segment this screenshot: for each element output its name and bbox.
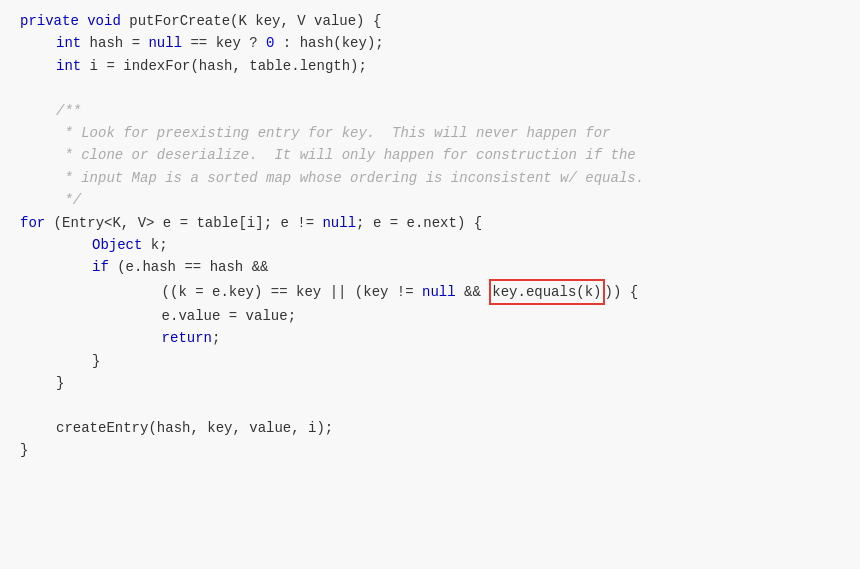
code-line-13: ((k = e.key) == key || (key != null && k… bbox=[0, 279, 860, 305]
code-line-19: createEntry(hash, key, value, i); bbox=[0, 417, 860, 439]
code-line-7: * clone or deserialize. It will only hap… bbox=[0, 144, 860, 166]
code-null: null bbox=[422, 281, 456, 303]
code-keyword: for bbox=[20, 212, 45, 234]
code-line-11: Object k; bbox=[0, 234, 860, 256]
code-line-2: int hash = null == key ? 0 : hash(key); bbox=[0, 32, 860, 54]
code-punctuation: } bbox=[56, 372, 64, 394]
code-line-14: e.value = value; bbox=[0, 305, 860, 327]
code-comment: /** bbox=[56, 100, 81, 122]
code-line-17: } bbox=[0, 372, 860, 394]
code-line-12: if (e.hash == hash && bbox=[0, 256, 860, 278]
code-keyword: void bbox=[87, 10, 121, 32]
code-null: null bbox=[322, 212, 356, 234]
code-punctuation: (K key, V value) { bbox=[230, 10, 381, 32]
highlighted-expression: key.equals(k) bbox=[489, 279, 604, 305]
code-line-16: } bbox=[0, 350, 860, 372]
code-keyword: private bbox=[20, 10, 79, 32]
code-line-1: private void putForCreate(K key, V value… bbox=[0, 10, 860, 32]
code-line-9: */ bbox=[0, 189, 860, 211]
code-comment: * Look for preexisting entry for key. Th… bbox=[56, 122, 611, 144]
code-line-20: } bbox=[0, 439, 860, 461]
code-type: Object bbox=[92, 234, 142, 256]
code-keyword: if bbox=[92, 256, 109, 278]
code-method: indexFor bbox=[123, 55, 190, 77]
code-keyword: int bbox=[56, 32, 81, 54]
code-keyword: int bbox=[56, 55, 81, 77]
code-punctuation: } bbox=[92, 350, 100, 372]
code-punctuation: } bbox=[20, 439, 28, 461]
code-viewer: private void putForCreate(K key, V value… bbox=[0, 0, 860, 569]
code-comment: */ bbox=[56, 189, 81, 211]
code-line-6: * Look for preexisting entry for key. Th… bbox=[0, 122, 860, 144]
code-keyword: return bbox=[162, 327, 212, 349]
code-number: 0 bbox=[266, 32, 274, 54]
code-line-8: * input Map is a sorted map whose orderi… bbox=[0, 167, 860, 189]
code-method: putForCreate bbox=[129, 10, 230, 32]
code-line-18 bbox=[0, 395, 860, 417]
code-null: null bbox=[148, 32, 182, 54]
code-method: createEntry bbox=[56, 417, 148, 439]
code-line-3: int i = indexFor(hash, table.length); bbox=[0, 55, 860, 77]
code-line-5: /** bbox=[0, 100, 860, 122]
code-comment: * input Map is a sorted map whose orderi… bbox=[56, 167, 644, 189]
code-line-10: for (Entry<K, V> e = table[i]; e != null… bbox=[0, 212, 860, 234]
code-line-4 bbox=[0, 77, 860, 99]
code-comment: * clone or deserialize. It will only hap… bbox=[56, 144, 636, 166]
code-line-15: return; bbox=[0, 327, 860, 349]
